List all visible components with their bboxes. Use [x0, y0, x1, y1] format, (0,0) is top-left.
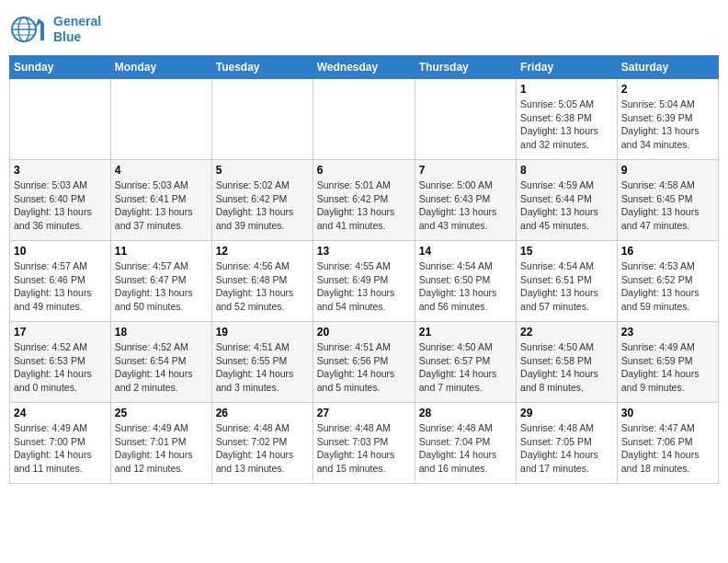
logo-text: General Blue [53, 14, 101, 45]
day-number: 17 [14, 326, 107, 339]
calendar-cell: 28Sunrise: 4:48 AMSunset: 7:04 PMDayligh… [415, 403, 516, 484]
day-info: Sunrise: 4:57 AMSunset: 6:46 PMDaylight:… [14, 259, 107, 314]
day-number: 24 [14, 407, 107, 419]
calendar-cell: 17Sunrise: 4:52 AMSunset: 6:53 PMDayligh… [10, 322, 111, 403]
day-number: 16 [621, 245, 714, 258]
calendar-header: SundayMondayTuesdayWednesdayThursdayFrid… [10, 56, 719, 79]
day-info: Sunrise: 4:50 AMSunset: 6:57 PMDaylight:… [419, 340, 512, 395]
day-info: Sunrise: 5:03 AMSunset: 6:41 PMDaylight:… [115, 178, 208, 233]
day-info: Sunrise: 4:51 AMSunset: 6:56 PMDaylight:… [317, 340, 411, 395]
day-number: 18 [115, 326, 208, 339]
calendar-cell: 20Sunrise: 4:51 AMSunset: 6:56 PMDayligh… [313, 322, 415, 403]
day-info: Sunrise: 4:59 AMSunset: 6:44 PMDaylight:… [520, 178, 613, 233]
day-info: Sunrise: 5:01 AMSunset: 6:42 PMDaylight:… [317, 178, 411, 233]
calendar-cell [211, 79, 313, 160]
day-header-monday: Monday [110, 56, 211, 79]
day-number: 13 [317, 245, 411, 258]
day-info: Sunrise: 4:48 AMSunset: 7:04 PMDaylight:… [419, 421, 512, 476]
calendar-cell: 3Sunrise: 5:03 AMSunset: 6:40 PMDaylight… [10, 160, 111, 241]
day-info: Sunrise: 4:49 AMSunset: 7:01 PMDaylight:… [115, 421, 208, 476]
day-number: 3 [14, 164, 107, 177]
day-info: Sunrise: 4:49 AMSunset: 7:00 PMDaylight:… [14, 421, 107, 476]
calendar-cell: 26Sunrise: 4:48 AMSunset: 7:02 PMDayligh… [211, 403, 313, 484]
calendar-week-1: 1Sunrise: 5:05 AMSunset: 6:38 PMDaylight… [10, 79, 719, 160]
calendar-week-5: 24Sunrise: 4:49 AMSunset: 7:00 PMDayligh… [10, 403, 719, 484]
day-info: Sunrise: 4:52 AMSunset: 6:53 PMDaylight:… [14, 340, 107, 395]
calendar-cell: 5Sunrise: 5:02 AMSunset: 6:42 PMDaylight… [211, 160, 313, 241]
day-info: Sunrise: 4:48 AMSunset: 7:05 PMDaylight:… [520, 421, 613, 476]
day-number: 11 [115, 245, 208, 258]
day-number: 2 [621, 83, 714, 96]
calendar-week-4: 17Sunrise: 4:52 AMSunset: 6:53 PMDayligh… [10, 322, 719, 403]
day-info: Sunrise: 5:03 AMSunset: 6:40 PMDaylight:… [14, 178, 107, 233]
day-info: Sunrise: 5:04 AMSunset: 6:39 PMDaylight:… [621, 98, 714, 152]
day-number: 26 [216, 407, 309, 419]
day-number: 1 [520, 83, 613, 96]
day-info: Sunrise: 4:50 AMSunset: 6:58 PMDaylight:… [520, 340, 613, 395]
day-number: 6 [317, 164, 411, 177]
day-info: Sunrise: 4:51 AMSunset: 6:55 PMDaylight:… [216, 340, 309, 395]
calendar-cell: 11Sunrise: 4:57 AMSunset: 6:47 PMDayligh… [110, 241, 211, 322]
day-info: Sunrise: 4:53 AMSunset: 6:52 PMDaylight:… [621, 259, 714, 314]
calendar-cell: 14Sunrise: 4:54 AMSunset: 6:50 PMDayligh… [415, 241, 516, 322]
day-number: 20 [317, 326, 411, 339]
calendar-cell: 30Sunrise: 4:47 AMSunset: 7:06 PMDayligh… [617, 403, 718, 484]
day-number: 7 [419, 164, 512, 177]
day-number: 8 [520, 164, 613, 177]
calendar-cell: 19Sunrise: 4:51 AMSunset: 6:55 PMDayligh… [211, 322, 313, 403]
day-number: 23 [621, 326, 714, 339]
day-info: Sunrise: 4:52 AMSunset: 6:54 PMDaylight:… [115, 340, 208, 395]
day-number: 22 [520, 326, 613, 339]
day-number: 28 [419, 407, 512, 419]
day-info: Sunrise: 4:48 AMSunset: 7:02 PMDaylight:… [216, 421, 309, 476]
calendar-cell: 12Sunrise: 4:56 AMSunset: 6:48 PMDayligh… [211, 241, 313, 322]
day-number: 19 [216, 326, 309, 339]
day-number: 21 [419, 326, 512, 339]
day-info: Sunrise: 5:02 AMSunset: 6:42 PMDaylight:… [216, 178, 309, 233]
day-number: 27 [317, 407, 411, 419]
day-info: Sunrise: 4:57 AMSunset: 6:47 PMDaylight:… [115, 259, 208, 314]
calendar-cell [313, 79, 415, 160]
calendar-cell [10, 79, 111, 160]
day-number: 5 [216, 164, 309, 177]
calendar-week-2: 3Sunrise: 5:03 AMSunset: 6:40 PMDaylight… [10, 160, 719, 241]
day-info: Sunrise: 4:56 AMSunset: 6:48 PMDaylight:… [216, 259, 309, 314]
day-header-friday: Friday [517, 56, 618, 79]
calendar-cell: 2Sunrise: 5:04 AMSunset: 6:39 PMDaylight… [617, 79, 718, 160]
day-number: 14 [419, 245, 512, 258]
day-info: Sunrise: 4:54 AMSunset: 6:50 PMDaylight:… [419, 259, 512, 314]
calendar-cell [110, 79, 211, 160]
calendar-cell [415, 79, 516, 160]
calendar-cell: 16Sunrise: 4:53 AMSunset: 6:52 PMDayligh… [617, 241, 718, 322]
calendar-cell: 6Sunrise: 5:01 AMSunset: 6:42 PMDaylight… [313, 160, 415, 241]
calendar-cell: 13Sunrise: 4:55 AMSunset: 6:49 PMDayligh… [313, 241, 415, 322]
calendar-cell: 23Sunrise: 4:49 AMSunset: 6:59 PMDayligh… [617, 322, 718, 403]
day-info: Sunrise: 5:00 AMSunset: 6:43 PMDaylight:… [419, 178, 512, 233]
day-info: Sunrise: 4:58 AMSunset: 6:45 PMDaylight:… [621, 178, 714, 233]
day-number: 4 [115, 164, 208, 177]
day-number: 25 [115, 407, 208, 419]
calendar-week-3: 10Sunrise: 4:57 AMSunset: 6:46 PMDayligh… [10, 241, 719, 322]
day-number: 15 [520, 245, 613, 258]
day-info: Sunrise: 4:54 AMSunset: 6:51 PMDaylight:… [520, 259, 613, 314]
day-number: 30 [621, 407, 714, 419]
day-header-sunday: Sunday [10, 56, 111, 79]
calendar-cell: 25Sunrise: 4:49 AMSunset: 7:01 PMDayligh… [110, 403, 211, 484]
day-header-tuesday: Tuesday [211, 56, 313, 79]
day-number: 12 [216, 245, 309, 258]
day-info: Sunrise: 4:48 AMSunset: 7:03 PMDaylight:… [317, 421, 411, 476]
calendar-cell: 21Sunrise: 4:50 AMSunset: 6:57 PMDayligh… [415, 322, 516, 403]
day-number: 9 [621, 164, 714, 177]
calendar-cell: 22Sunrise: 4:50 AMSunset: 6:58 PMDayligh… [517, 322, 618, 403]
day-number: 29 [520, 407, 613, 419]
calendar-cell: 18Sunrise: 4:52 AMSunset: 6:54 PMDayligh… [110, 322, 211, 403]
calendar-cell: 27Sunrise: 4:48 AMSunset: 7:03 PMDayligh… [313, 403, 415, 484]
page-header: General Blue [9, 9, 719, 50]
calendar-cell: 8Sunrise: 4:59 AMSunset: 6:44 PMDaylight… [517, 160, 618, 241]
calendar-cell: 7Sunrise: 5:00 AMSunset: 6:43 PMDaylight… [415, 160, 516, 241]
day-number: 10 [14, 245, 107, 258]
day-info: Sunrise: 4:49 AMSunset: 6:59 PMDaylight:… [621, 340, 714, 395]
day-info: Sunrise: 4:55 AMSunset: 6:49 PMDaylight:… [317, 259, 411, 314]
calendar-cell: 24Sunrise: 4:49 AMSunset: 7:00 PMDayligh… [10, 403, 111, 484]
day-info: Sunrise: 4:47 AMSunset: 7:06 PMDaylight:… [621, 421, 714, 476]
